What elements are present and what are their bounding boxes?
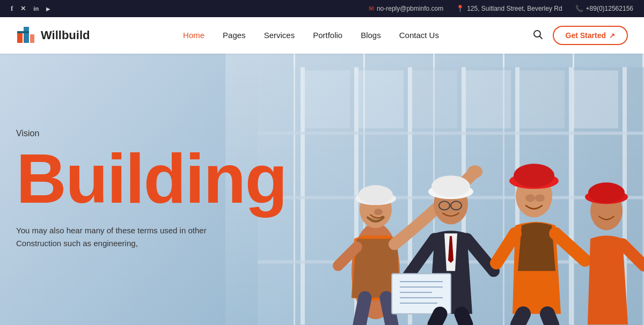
twitter-x-icon[interactable]: ✕ [20,5,26,12]
svg-point-48 [588,183,625,203]
svg-rect-14 [258,132,644,135]
get-started-arrow: ↗ [609,32,615,40]
nav-link-contact[interactable]: Contact Us [399,31,439,40]
email-info: ✉ no-reply@pbminfo.com [369,5,443,12]
svg-point-43 [514,164,554,188]
svg-point-27 [374,209,383,216]
nav-item-pages[interactable]: Pages [223,31,246,40]
svg-point-45 [535,195,545,202]
nav-link-blogs[interactable]: Blogs [361,31,381,40]
logo[interactable]: Willbuild [16,26,90,45]
svg-rect-3 [30,34,34,43]
nav-link-portfolio[interactable]: Portfolio [313,31,342,40]
nav-item-portfolio[interactable]: Portfolio [313,31,342,40]
contact-info: ✉ no-reply@pbminfo.com 📍 125, Suitland S… [369,5,633,12]
hero-subtitle: You may also hear many of these terms us… [16,224,231,250]
phone-number: +89(0)12562156 [586,5,633,12]
phone-icon: 📞 [575,5,583,12]
logo-text: Willbuild [41,28,90,42]
address-text: 125, Suitland Street, Beverley Rd [467,5,562,12]
email-address: no-reply@pbminfo.com [377,5,443,12]
svg-rect-18 [358,71,404,129]
search-button[interactable] [532,29,543,42]
nav-link-home[interactable]: Home [183,31,204,40]
svg-rect-2 [17,31,29,33]
svg-rect-19 [412,71,457,129]
nav-item-home[interactable]: Home [183,31,204,40]
email-icon: ✉ [369,5,374,12]
logo-icon [16,26,35,45]
hero-title: Building [16,144,279,213]
hero-section: Vision Building You may also hear many o… [0,54,644,325]
search-icon [532,29,543,40]
workers-svg [258,67,644,325]
get-started-button[interactable]: Get Started ↗ [553,26,628,45]
svg-point-44 [525,195,535,202]
top-bar: f ✕ in ▶ ✉ no-reply@pbminfo.com 📍 125, S… [0,0,644,17]
get-started-label: Get Started [566,31,606,40]
nav-item-blogs[interactable]: Blogs [361,31,381,40]
hero-subtitle-line1: You may also hear many of these terms us… [16,226,207,235]
hero-subtitle-line2: Construction such as engineering, [16,239,138,248]
nav-item-services[interactable]: Services [264,31,295,40]
nav-menu: Home Pages Services Portfolio Blogs Cont… [183,31,439,40]
svg-rect-1 [24,27,29,43]
location-icon: 📍 [456,5,464,12]
hero-eyebrow: Vision [16,129,279,138]
svg-rect-17 [305,71,350,129]
nav-item-contact[interactable]: Contact Us [399,31,439,40]
svg-rect-22 [573,71,618,129]
svg-point-31 [431,176,470,197]
address-info: 📍 125, Suitland Street, Beverley Rd [456,5,562,12]
linkedin-icon[interactable]: in [33,5,39,12]
social-links: f ✕ in ▶ [11,4,50,13]
navbar: Willbuild Home Pages Services Portfolio … [0,17,644,54]
svg-point-28 [467,166,482,179]
workers-illustration [258,67,644,325]
svg-line-5 [539,36,542,39]
nav-right: Get Started ↗ [532,26,628,45]
nav-link-pages[interactable]: Pages [223,31,246,40]
nav-link-services[interactable]: Services [264,31,295,40]
phone-info: 📞 +89(0)12562156 [575,5,633,12]
facebook-icon[interactable]: f [11,4,13,13]
youtube-icon[interactable]: ▶ [46,6,50,12]
svg-point-26 [358,186,393,205]
svg-rect-21 [519,71,565,129]
hero-content: Vision Building You may also hear many o… [0,129,279,250]
svg-rect-20 [466,71,511,129]
